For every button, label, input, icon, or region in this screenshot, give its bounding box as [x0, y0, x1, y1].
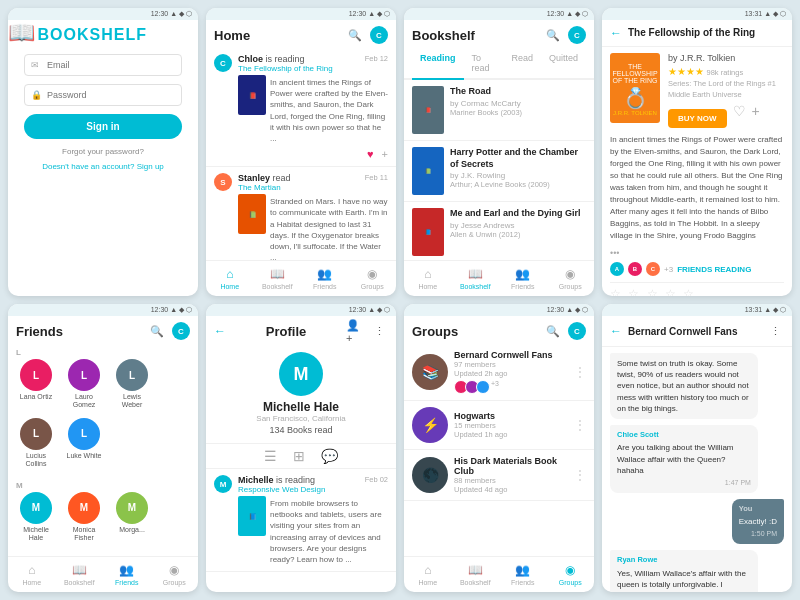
gr-friends-icon: 👥 [515, 563, 530, 577]
friend-luke[interactable]: L Luke White [64, 418, 104, 469]
fr-nav-friends[interactable]: 👥 Friends [103, 561, 151, 588]
buy-button[interactable]: BUY NOW [668, 109, 727, 128]
group-name-1: Bernard Cornwell Fans [454, 350, 568, 360]
fr-bookshelf-label: Bookshelf [64, 579, 95, 586]
profile-title: Profile [266, 324, 306, 339]
bookshelf-user-avatar[interactable]: C [568, 26, 586, 44]
book-item-1[interactable]: 📕 The Road by Cormac McCarty Mariner Boo… [404, 80, 594, 141]
wishlist-icon[interactable]: ♡ [733, 103, 746, 128]
rate-section: ☆ ☆ ☆ ☆ ☆ Rate this book [610, 282, 784, 296]
user-avatar[interactable]: C [370, 26, 388, 44]
friend-lucius[interactable]: L Lucius Collins [16, 418, 56, 469]
bookshelf-header: Bookshelf 🔍 C [404, 20, 594, 48]
add-icon-1[interactable]: + [382, 148, 388, 160]
tab-reading[interactable]: Reading [412, 48, 464, 80]
rate-stars[interactable]: ☆ ☆ ☆ ☆ ☆ [610, 287, 784, 296]
groups-nav-label: Groups [361, 283, 384, 290]
password-field[interactable] [24, 84, 182, 106]
group-more-3[interactable]: ⋮ [574, 468, 586, 482]
friend-lewis[interactable]: L Lewis Weber [112, 359, 152, 410]
chat-screen: 13:31 ▲ ◆ ⬡ ← Bernard Cornwell Fans ⋮ So… [602, 304, 792, 592]
home-bottom-nav: ⌂ Home 📖 Bookshelf 👥 Friends ◉ Groups [206, 260, 396, 296]
profile-feed-content: Michelle is reading Feb 02 Responsive We… [238, 475, 388, 565]
profile-tab-grid[interactable]: ⊞ [293, 448, 305, 464]
friends-nav-icon: 👥 [317, 267, 332, 281]
book-item-3[interactable]: 📘 Me and Earl and the Dying Girl by Jess… [404, 202, 594, 260]
friend-lauro[interactable]: L Lauro Gomez [64, 359, 104, 410]
bs-nav-groups[interactable]: ◉ Groups [547, 265, 595, 292]
chat-messages: Some twist on truth is okay. Some twist,… [602, 347, 792, 592]
group-more-1[interactable]: ⋮ [574, 365, 586, 379]
group-item-3[interactable]: 🌑 His Dark Materials Book Club 88 member… [404, 450, 594, 501]
bs-friends-label: Friends [511, 283, 534, 290]
feed-text-2: Stranded on Mars. I have no way to commu… [270, 196, 388, 260]
bs-nav-bookshelf[interactable]: 📖 Bookshelf [452, 265, 500, 292]
friend-avatar-monica: M [68, 492, 100, 524]
add-shelf-icon[interactable]: + [752, 103, 760, 128]
profile-tab-list[interactable]: ☰ [264, 448, 277, 464]
bookshelf-search-icon[interactable]: 🔍 [544, 26, 562, 44]
password-wrapper: 🔒 [24, 84, 182, 106]
groups-search-icon[interactable]: 🔍 [544, 322, 562, 340]
signup-link[interactable]: Sign up [137, 162, 164, 171]
feed-avatar-2: S [214, 173, 232, 260]
logo-icon: 📖 [8, 20, 35, 45]
book-item-2[interactable]: 📗 Harry Potter and the Chamber of Secret… [404, 141, 594, 202]
friend-name-lewis: Lewis Weber [112, 393, 152, 410]
email-field[interactable] [24, 54, 182, 76]
profile-add-icon[interactable]: 👤+ [346, 322, 364, 340]
friend-avatar-lana: L [20, 359, 52, 391]
group-name-2: Hogwarts [454, 411, 568, 421]
nav-bookshelf[interactable]: 📖 Bookshelf [254, 265, 302, 292]
tab-read[interactable]: Read [503, 48, 541, 80]
group-more-2[interactable]: ⋮ [574, 418, 586, 432]
nav-home[interactable]: ⌂ Home [206, 265, 254, 292]
gr-nav-home[interactable]: ⌂ Home [404, 561, 452, 588]
group-extra-members-1: +3 [491, 380, 499, 394]
chat-more-icon[interactable]: ⋮ [766, 322, 784, 340]
friend-lana[interactable]: L Lana Ortiz [16, 359, 56, 410]
like-icon-1[interactable]: ♥ [367, 148, 374, 160]
fr-nav-bookshelf[interactable]: 📖 Bookshelf [56, 561, 104, 588]
chat-back-button[interactable]: ← [610, 324, 622, 338]
gr-nav-groups[interactable]: ◉ Groups [547, 561, 595, 588]
tab-to-read[interactable]: To read [464, 48, 504, 80]
friend-michelle[interactable]: M Michelle Hale [16, 492, 56, 543]
detail-stars-row: ★★★★ 98k ratings [668, 66, 784, 77]
bs-nav-home[interactable]: ⌂ Home [404, 265, 452, 292]
tab-quitted[interactable]: Quitted [541, 48, 586, 80]
friends-search-icon[interactable]: 🔍 [148, 322, 166, 340]
profile-book-link[interactable]: Responsive Web Design [238, 485, 388, 494]
search-icon[interactable]: 🔍 [346, 26, 364, 44]
profile-tab-chat[interactable]: 💬 [321, 448, 338, 464]
friend-morga[interactable]: M Morga... [112, 492, 152, 543]
bs-bookshelf-label: Bookshelf [460, 283, 491, 290]
profile-back-button[interactable]: ← [214, 324, 226, 338]
home-title: Home [214, 28, 250, 43]
groups-user-avatar[interactable]: C [568, 322, 586, 340]
detail-universe: Middle Earth Universe [668, 90, 784, 99]
detail-back-button[interactable]: ← [610, 26, 622, 40]
group-item-1[interactable]: 📚 Bernard Cornwell Fans 97 members Updat… [404, 344, 594, 401]
friend-monica[interactable]: M Monica Fisher [64, 492, 104, 543]
profile-feed-header: Michelle is reading Feb 02 [238, 475, 388, 485]
nav-groups[interactable]: ◉ Groups [349, 265, 397, 292]
feed-item-2: S Stanley read Feb 11 The Martian 📗 Stra… [206, 167, 396, 260]
group-member-avatars-1: +3 [454, 380, 568, 394]
bookshelf-nav-label: Bookshelf [262, 283, 293, 290]
gr-nav-friends[interactable]: 👥 Friends [499, 561, 547, 588]
forgot-password-link[interactable]: Forgot your password? [24, 147, 182, 156]
fr-nav-home[interactable]: ⌂ Home [8, 561, 56, 588]
fr-friends-label: Friends [115, 579, 138, 586]
friends-user-avatar[interactable]: C [172, 322, 190, 340]
friend-name-michelle: Michelle Hale [16, 526, 56, 543]
gr-nav-bookshelf[interactable]: 📖 Bookshelf [452, 561, 500, 588]
group-item-2[interactable]: ⚡ Hogwarts 15 members Updated 1h ago ⋮ [404, 401, 594, 450]
feed-actions-1: ♥ + [238, 148, 388, 160]
bs-nav-friends[interactable]: 👥 Friends [499, 265, 547, 292]
nav-friends[interactable]: 👥 Friends [301, 265, 349, 292]
fr-count: +3 [664, 265, 673, 274]
profile-more-icon[interactable]: ⋮ [370, 322, 388, 340]
fr-nav-groups[interactable]: ◉ Groups [151, 561, 199, 588]
signin-button[interactable]: Sign in [24, 114, 182, 139]
